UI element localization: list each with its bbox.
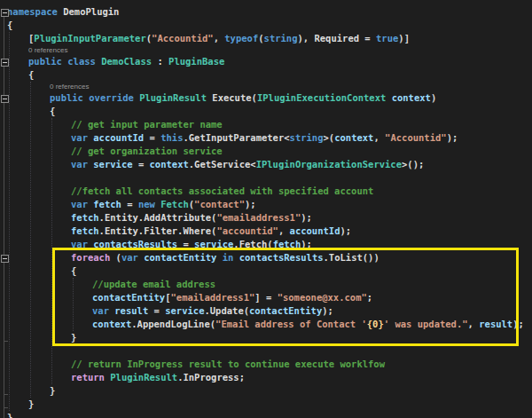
code-token: context — [334, 132, 373, 143]
code-line[interactable]: // get organization service — [0, 145, 532, 158]
code-line[interactable]: public class DemoClass : PluginBase — [0, 55, 532, 68]
code-token: Execute( — [207, 92, 257, 103]
code-token: public class — [28, 56, 101, 67]
outline-region-end-tick — [4, 394, 8, 395]
code-editor: namespace DemoPlugin{[PluginInputParamet… — [0, 0, 532, 418]
code-line[interactable]: } — [0, 411, 532, 418]
code-token: ); — [301, 239, 312, 249]
code-token: contactsResults — [239, 252, 324, 263]
code-token: // get organization service — [71, 146, 223, 156]
code-token: accountId — [93, 132, 144, 143]
code-token: PluginInputParameter — [34, 33, 145, 43]
code-token: service — [93, 159, 132, 170]
codelens-line[interactable]: 0 references — [0, 45, 532, 55]
code-token: string — [290, 132, 324, 143]
collapse-minus-icon[interactable] — [1, 9, 9, 17]
code-line[interactable]: { — [0, 68, 532, 82]
codelens-line[interactable]: 0 references — [0, 82, 532, 91]
code-line[interactable]: [PluginInputParameter("Accountid", typeo… — [0, 32, 532, 45]
code-line[interactable]: { — [0, 264, 532, 278]
code-token: )] — [398, 33, 410, 43]
code-token: .GetService< — [189, 159, 256, 170]
code-line[interactable]: var result = service.Update(contactEntit… — [0, 304, 532, 318]
code-token: new — [138, 199, 155, 209]
code-token: .GetInputParameter< — [183, 132, 289, 143]
code-token: PluginBase — [168, 56, 224, 67]
code-token: context — [150, 159, 189, 170]
outline-region-end-tick — [4, 341, 8, 342]
code-token: IPluginOrganizationService — [256, 159, 402, 170]
blank-line — [0, 344, 532, 358]
code-line[interactable]: // return InProgress result to continue … — [0, 358, 532, 371]
code-token: PluginResult — [110, 372, 177, 383]
code-token: : — [152, 56, 168, 67]
code-token: ); — [340, 225, 351, 236]
code-token: "Accountid" — [152, 33, 214, 43]
code-token: { — [50, 106, 55, 116]
code-line[interactable]: var fetch = new Fetch("contact"); — [0, 198, 532, 211]
code-line[interactable]: public override PluginResult Execute(IPl… — [0, 91, 532, 105]
collapse-minus-icon[interactable] — [1, 95, 9, 103]
code-line[interactable]: //update email address — [0, 278, 532, 291]
code-line[interactable]: } — [0, 331, 532, 344]
code-token: ); — [301, 212, 312, 223]
code-token: ; — [367, 292, 372, 303]
code-line[interactable]: foreach (var contactEntity in contactsRe… — [0, 251, 532, 264]
code-token: var — [71, 239, 88, 249]
code-line[interactable]: } — [0, 384, 532, 398]
code-line[interactable]: { — [0, 19, 532, 32]
code-token: , — [214, 33, 225, 43]
code-token: in — [216, 252, 239, 263]
code-token: .Update( — [204, 305, 249, 316]
code-token: = — [133, 159, 150, 170]
collapse-minus-icon[interactable] — [1, 59, 9, 67]
code-token: contactsResults — [93, 239, 177, 249]
code-token: var — [92, 305, 109, 316]
code-line[interactable]: return PluginResult.InProgress; — [0, 371, 532, 384]
code-token: {0} — [367, 319, 384, 329]
code-token: .Entity.Filter.Where( — [99, 225, 217, 236]
code-line[interactable]: //fetch all contacts associated with spe… — [0, 185, 532, 198]
code-token: foreach — [71, 252, 110, 263]
code-token: ) — [431, 92, 436, 103]
code-token: >(); — [402, 159, 424, 170]
code-line[interactable]: fetch.Entity.Filter.Where("accountid", a… — [0, 225, 532, 238]
code-token: contactEntity — [144, 252, 216, 263]
code-token: ); — [245, 199, 256, 209]
code-token: , — [468, 319, 480, 329]
code-line[interactable]: contactEntity["emailaddress1"] = "someon… — [0, 291, 532, 304]
code-token: ( — [110, 252, 121, 263]
code-token: IPluginExecutionContext — [257, 92, 386, 103]
code-area[interactable]: namespace DemoPlugin{[PluginInputParamet… — [0, 5, 532, 418]
code-line[interactable]: // get input parameter name — [0, 118, 532, 131]
code-token: service — [194, 239, 233, 249]
code-line[interactable]: } — [0, 398, 532, 411]
code-line[interactable]: var service = context.GetService<IPlugin… — [0, 158, 532, 171]
code-token: "Email address of Contact ' — [215, 319, 367, 329]
code-token: "someone@xx.com" — [278, 292, 367, 303]
outline-margin-line — [4, 12, 4, 418]
code-token: contactEntity — [92, 292, 165, 303]
code-token: = — [177, 239, 194, 249]
code-token: fetch — [71, 225, 99, 236]
code-token: //update email address — [92, 279, 215, 289]
code-token: >( — [324, 132, 335, 143]
code-token: var — [71, 159, 88, 170]
code-line[interactable]: namespace DemoPlugin — [0, 5, 532, 19]
code-token: } — [28, 398, 34, 409]
collapse-minus-icon[interactable] — [1, 255, 9, 263]
code-token: = — [144, 132, 160, 143]
code-line[interactable]: context.AppendLogLine("Email address of … — [0, 318, 532, 331]
code-token: this — [160, 132, 183, 143]
code-token: fetch — [273, 239, 301, 249]
code-token: = — [121, 199, 138, 209]
code-line[interactable]: var contactsResults = service.Fetch(fetc… — [0, 238, 532, 251]
code-token: "emailaddress1" — [216, 212, 301, 223]
code-line[interactable]: fetch.Entity.AddAttribute("emailaddress1… — [0, 211, 532, 225]
code-token: var — [71, 132, 88, 143]
code-token: ), Required = — [298, 33, 377, 43]
code-token: = — [148, 305, 165, 316]
code-line[interactable]: var accountId = this.GetInputParameter<s… — [0, 131, 532, 145]
code-token: } — [50, 385, 55, 396]
code-line[interactable]: { — [0, 105, 532, 118]
